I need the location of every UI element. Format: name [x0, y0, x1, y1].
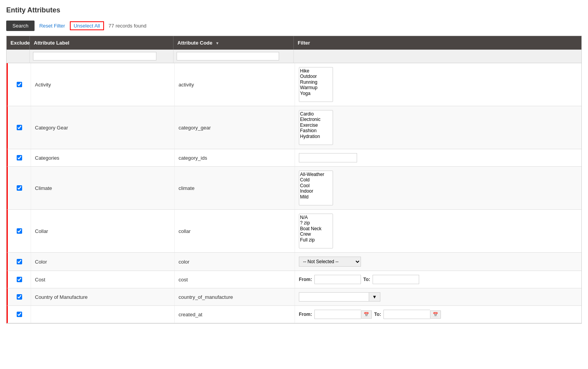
- cost-range-container: From: To:: [299, 275, 419, 284]
- code-cell-category-gear: category_gear: [175, 106, 295, 149]
- sort-icon[interactable]: ▼: [215, 41, 219, 45]
- table-row: Climate climate All-Weather Cold Cool In…: [7, 167, 581, 210]
- label-cell-collar: Collar: [31, 210, 175, 252]
- page-container: Entity Attributes Search Reset Filter Un…: [0, 0, 588, 369]
- search-button[interactable]: Search: [6, 21, 35, 31]
- filter-multiselect-category-gear[interactable]: Cardio Electronic Exercise Fashion Hydra…: [299, 110, 333, 145]
- created-at-range-container: From: 📅 To: 📅: [299, 310, 441, 319]
- toolbar: Search Reset Filter Unselect All 77 reco…: [6, 21, 582, 31]
- filter-input-row: [7, 50, 581, 63]
- entity-attributes-table: Exclude Attribute Label Attribute Code ▼…: [6, 36, 582, 324]
- cost-to-label: To:: [363, 277, 370, 282]
- reset-filter-button[interactable]: Reset Filter: [39, 23, 65, 29]
- header-filter: Filter: [294, 36, 581, 50]
- table-row: Collar collar N/A ? zip Boat Neck Crew F…: [7, 210, 581, 253]
- table-row: created_at From: 📅 To: 📅: [7, 306, 581, 323]
- created-at-from-input[interactable]: [314, 310, 361, 319]
- label-cell-created-at: [31, 306, 175, 323]
- created-at-from-calendar-button[interactable]: 📅: [361, 310, 372, 319]
- exclude-checkbox-color[interactable]: [17, 259, 22, 264]
- table-row: Cost cost From: To:: [7, 271, 581, 288]
- created-at-from-label: From:: [299, 312, 312, 317]
- filter-multiselect-climate[interactable]: All-Weather Cold Cool Indoor Mild: [299, 171, 333, 205]
- header-exclude: Exclude: [7, 36, 30, 50]
- cost-from-input[interactable]: [314, 275, 361, 284]
- exclude-checkbox-collar[interactable]: [17, 228, 22, 234]
- exclude-cell-created-at: [8, 306, 31, 323]
- cost-from-label: From:: [299, 277, 312, 282]
- filter-cell-color: -- Not Selected --: [295, 253, 581, 271]
- country-dropdown-btn[interactable]: ▼: [369, 292, 380, 302]
- exclude-cell-category-gear: [8, 106, 31, 149]
- exclude-cell-cost: [8, 271, 31, 288]
- code-cell-categories: category_ids: [175, 149, 295, 166]
- label-cell-category-gear: Category Gear: [31, 106, 175, 149]
- code-cell-activity: activity: [175, 63, 295, 106]
- exclude-cell-categories: [8, 149, 31, 166]
- filter-cell-created-at: From: 📅 To: 📅: [295, 306, 581, 323]
- filter-filter-col: [294, 50, 581, 63]
- code-cell-climate: climate: [175, 167, 295, 209]
- label-cell-climate: Climate: [31, 167, 175, 209]
- code-cell-created-at: created_at: [175, 306, 295, 323]
- created-at-to-label: To:: [374, 312, 381, 317]
- code-cell-country: country_of_manufacture: [175, 288, 295, 305]
- table-row: Activity activity Hike Outdoor Running W…: [7, 63, 581, 106]
- header-attribute-code: Attribute Code ▼: [173, 36, 294, 50]
- exclude-checkbox-country[interactable]: [17, 294, 22, 300]
- code-cell-color: color: [175, 253, 295, 271]
- filter-dropdown-color[interactable]: -- Not Selected --: [299, 257, 361, 267]
- filter-multiselect-collar[interactable]: N/A ? zip Boat Neck Crew Full zip: [299, 214, 333, 248]
- exclude-checkbox-categories[interactable]: [17, 155, 22, 160]
- exclude-cell-collar: [8, 210, 31, 252]
- filter-label-col: [30, 50, 173, 63]
- table-row: Country of Manufacture country_of_manufa…: [7, 288, 581, 306]
- filter-cell-category-gear: Cardio Electronic Exercise Fashion Hydra…: [295, 106, 581, 149]
- filter-exclude-col: [7, 50, 30, 63]
- filter-text-categories[interactable]: [299, 153, 357, 162]
- code-cell-cost: cost: [175, 271, 295, 288]
- filter-multiselect-activity[interactable]: Hike Outdoor Running Warmup Yoga: [299, 67, 333, 102]
- label-cell-color: Color: [31, 253, 175, 271]
- exclude-cell-country: [8, 288, 31, 305]
- table-row: Category Gear category_gear Cardio Elect…: [7, 106, 581, 149]
- exclude-cell-climate: [8, 167, 31, 209]
- filter-cell-country: ▼: [295, 288, 581, 305]
- created-at-to-input[interactable]: [383, 310, 430, 319]
- filter-cell-cost: From: To:: [295, 271, 581, 288]
- table-header-row: Exclude Attribute Label Attribute Code ▼…: [7, 36, 581, 50]
- exclude-checkbox-activity[interactable]: [17, 82, 22, 87]
- filter-code-col: [173, 50, 294, 63]
- exclude-checkbox-climate[interactable]: [17, 185, 22, 191]
- filter-label-input[interactable]: [33, 52, 156, 60]
- filter-cell-collar: N/A ? zip Boat Neck Crew Full zip: [295, 210, 581, 252]
- label-cell-categories: Categories: [31, 149, 175, 166]
- label-cell-cost: Cost: [31, 271, 175, 288]
- page-title: Entity Attributes: [6, 6, 582, 14]
- exclude-cell-color: [8, 253, 31, 271]
- filter-cell-activity: Hike Outdoor Running Warmup Yoga: [295, 63, 581, 106]
- table-row: Color color -- Not Selected --: [7, 253, 581, 271]
- exclude-cell-activity: [8, 63, 31, 106]
- code-cell-collar: collar: [175, 210, 295, 252]
- filter-cell-categories: [295, 149, 581, 166]
- header-attribute-label: Attribute Label: [30, 36, 173, 50]
- filter-text-country[interactable]: [299, 292, 369, 302]
- label-cell-country: Country of Manufacture: [31, 288, 175, 305]
- created-at-to-calendar-button[interactable]: 📅: [430, 310, 441, 319]
- label-cell-activity: Activity: [31, 63, 175, 106]
- filter-code-input[interactable]: [177, 52, 279, 60]
- exclude-checkbox-created-at[interactable]: [17, 312, 22, 317]
- table-row: Categories category_ids: [7, 149, 581, 167]
- exclude-checkbox-cost[interactable]: [17, 277, 22, 282]
- records-count: 77 records found: [109, 23, 147, 29]
- unselect-all-button[interactable]: Unselect All: [70, 21, 104, 30]
- filter-cell-climate: All-Weather Cold Cool Indoor Mild: [295, 167, 581, 209]
- exclude-checkbox-category-gear[interactable]: [17, 125, 22, 130]
- cost-to-input[interactable]: [373, 275, 419, 284]
